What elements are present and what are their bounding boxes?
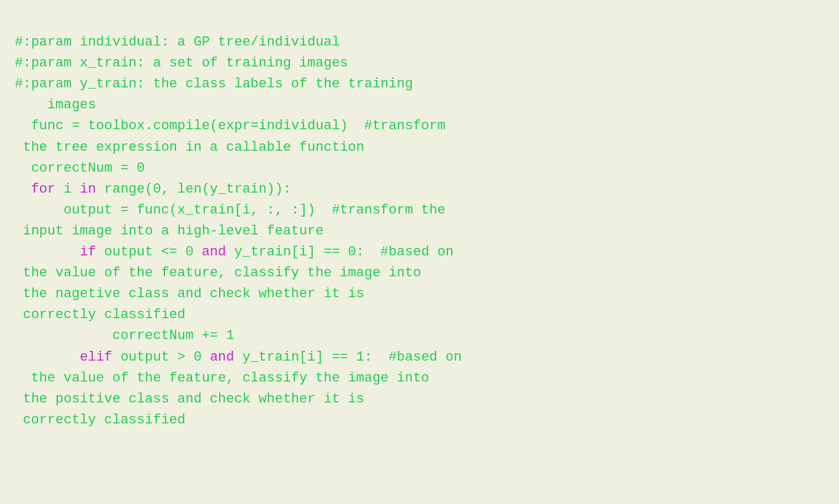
code-line: the tree expression in a callable functi… bbox=[15, 137, 824, 158]
code-token: #:param x_train: a set of training image… bbox=[15, 55, 348, 71]
code-token: y_train[i] == 0: #based on bbox=[226, 244, 454, 260]
code-token: if bbox=[80, 244, 96, 260]
code-token bbox=[15, 350, 80, 365]
code-token: the value of the feature, classify the i… bbox=[15, 265, 421, 281]
code-line: correctly classified bbox=[15, 410, 824, 431]
code-token: and bbox=[202, 244, 227, 260]
code-token: and bbox=[210, 350, 235, 365]
code-token: input image into a high-level feature bbox=[15, 223, 324, 239]
code-token: the tree expression in a callable functi… bbox=[15, 140, 364, 155]
code-line: output = func(x_train[i, :, :]) #transfo… bbox=[15, 200, 824, 221]
code-line: #:param individual: a GP tree/individual bbox=[15, 32, 824, 53]
code-token: output > 0 bbox=[112, 350, 209, 365]
code-line: correctNum += 1 bbox=[15, 326, 824, 346]
code-line: #:param y_train: the class labels of the… bbox=[15, 74, 824, 95]
code-line: the value of the feature, classify the i… bbox=[15, 263, 824, 284]
code-line: correctly classified bbox=[15, 305, 824, 326]
code-token: func = toolbox.compile(expr=individual) … bbox=[15, 118, 446, 134]
code-token: images bbox=[15, 97, 96, 113]
code-line: images bbox=[15, 95, 824, 116]
code-token: for bbox=[31, 182, 55, 197]
code-line: the nagetive class and check whether it … bbox=[15, 284, 824, 305]
code-token: range(0, len(y_train)): bbox=[96, 182, 291, 197]
code-line: elif output > 0 and y_train[i] == 1: #ba… bbox=[15, 347, 824, 368]
code-token: #:param individual: a GP tree/individual bbox=[15, 34, 340, 50]
code-token: correctly classified bbox=[15, 412, 185, 428]
code-line: correctNum = 0 bbox=[15, 158, 824, 179]
code-line: the value of the feature, classify the i… bbox=[15, 368, 824, 389]
code-token: i bbox=[55, 182, 80, 197]
code-token: correctNum += 1 bbox=[15, 328, 234, 343]
code-token: #:param y_train: the class labels of the… bbox=[15, 76, 413, 92]
code-token: the nagetive class and check whether it … bbox=[15, 286, 364, 302]
code-editor: #:param individual: a GP tree/individual… bbox=[15, 11, 824, 431]
code-token: output = func(x_train[i, :, :]) #transfo… bbox=[15, 202, 446, 218]
code-token: y_train[i] == 1: #based on bbox=[234, 350, 462, 365]
code-token bbox=[15, 244, 80, 260]
code-line: #:param x_train: a set of training image… bbox=[15, 53, 824, 74]
code-token: output <= 0 bbox=[96, 244, 202, 260]
code-line: the positive class and check whether it … bbox=[15, 389, 824, 410]
code-line: input image into a high-level feature bbox=[15, 221, 824, 242]
code-token: the positive class and check whether it … bbox=[15, 391, 364, 407]
code-token: elif bbox=[80, 350, 113, 365]
code-token: correctly classified bbox=[15, 307, 185, 322]
code-token bbox=[15, 182, 31, 197]
code-line: if output <= 0 and y_train[i] == 0: #bas… bbox=[15, 242, 824, 263]
code-line: for i in range(0, len(y_train)): bbox=[15, 179, 824, 200]
code-token: in bbox=[80, 182, 96, 197]
code-token: the value of the feature, classify the i… bbox=[15, 370, 429, 386]
code-token: correctNum = 0 bbox=[15, 161, 145, 176]
code-line: func = toolbox.compile(expr=individual) … bbox=[15, 116, 824, 137]
